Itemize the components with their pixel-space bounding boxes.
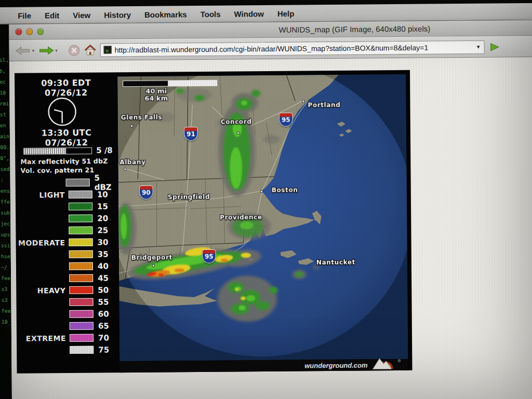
radar-image: 09:30 EDT 07/26/12 13:30 UTC 07/26/12 5 … <box>15 70 413 374</box>
scale-km: 64 km <box>144 95 168 102</box>
map-scale-bar <box>123 80 217 87</box>
go-button[interactable] <box>488 41 501 53</box>
city-dot-albany <box>124 168 126 170</box>
wunderground-banner: wunderground.com ® <box>119 359 408 373</box>
legend-swatch <box>70 346 94 354</box>
city-label-springfield: Springfield <box>168 193 210 201</box>
radar-map: 40 mi 64 km Glens Falls Concord Portland… <box>117 74 408 361</box>
interstate-shield-91-icon: 91 <box>184 127 198 141</box>
menu-tools[interactable]: Tools <box>194 9 228 19</box>
radar-legend-panel: 09:30 EDT 07/26/12 13:30 UTC 07/26/12 5 … <box>15 72 120 374</box>
forward-button[interactable]: ▾ <box>37 45 58 56</box>
legend-swatch <box>70 322 94 330</box>
legend-swatch <box>69 262 93 270</box>
legend-swatch <box>69 274 93 282</box>
legend-swatch <box>69 203 92 210</box>
city-dot-glens-falls <box>130 125 133 127</box>
legend-swatch <box>69 191 92 198</box>
legend-swatch <box>70 334 94 342</box>
legend-row: 25 <box>16 224 118 237</box>
url-text[interactable]: http://radblast-mi.wunderground.com/cgi-… <box>115 43 473 54</box>
legend-swatch <box>69 250 93 258</box>
menu-bookmarks[interactable]: Bookmarks <box>138 10 194 19</box>
legend-row: 15 <box>16 200 118 213</box>
menu-history[interactable]: History <box>97 10 138 19</box>
legend-swatch <box>69 215 92 222</box>
legend-row: 45 <box>16 272 119 285</box>
legend-swatch <box>66 179 90 187</box>
city-dot-concord <box>237 131 240 134</box>
registered-mark: ® <box>397 358 401 363</box>
interstate-shield-95-north-icon: 95 <box>279 113 293 127</box>
browser-window: WUNIDS_map (GIF Image, 640x480 pixels) ▾… <box>9 19 532 399</box>
city-dot-portland <box>302 100 304 102</box>
stop-icon <box>68 44 81 56</box>
max-reflectivity-text: Max reflectivity 51 dbZ <box>20 157 119 165</box>
legend-row: 20 <box>16 212 118 225</box>
dbz-color-scale: 5 dBZ LIGHT10 15 20 25 MODERATE30 35 40 … <box>16 176 120 356</box>
stop-button[interactable] <box>68 44 81 56</box>
back-dropdown-icon[interactable]: ▾ <box>32 48 35 53</box>
legend-row: EXTREME70 <box>17 331 119 344</box>
url-history-dropdown-icon[interactable]: ▼ <box>476 44 481 50</box>
close-button[interactable] <box>15 29 22 35</box>
legend-row: 35 <box>16 248 119 261</box>
legend-swatch <box>69 227 92 234</box>
back-button[interactable]: ▾ <box>15 45 35 56</box>
zoom-button[interactable] <box>37 28 44 35</box>
menu-view[interactable]: View <box>66 10 97 19</box>
menu-help[interactable]: Help <box>271 9 301 18</box>
city-label-glens-falls: Glens Falls <box>121 114 163 122</box>
forward-dropdown-icon[interactable]: ▾ <box>55 48 58 53</box>
go-arrow-icon <box>488 41 501 53</box>
home-button[interactable] <box>84 44 97 56</box>
frame-progress: 5 /8 <box>23 145 113 155</box>
legend-row: MODERATE30 <box>16 236 118 249</box>
city-dot-boston <box>260 190 263 193</box>
forward-arrow-icon <box>37 45 55 56</box>
site-favicon <box>104 46 112 54</box>
city-label-providence: Providence <box>220 214 262 221</box>
home-icon <box>84 44 97 56</box>
screen-photo: File Edit View History Bookmarks Tools W… <box>0 3 532 399</box>
url-field[interactable]: http://radblast-mi.wunderground.com/cgi-… <box>100 40 485 57</box>
wunderground-logo-icon <box>371 356 393 370</box>
legend-row: LIGHT10 <box>16 188 118 201</box>
menu-file[interactable]: File <box>11 11 38 20</box>
city-label-boston: Boston <box>272 187 298 194</box>
map-scale-labels: 40 mi 64 km <box>144 87 168 102</box>
interstate-shield-90-icon: 90 <box>139 185 153 200</box>
legend-row: 60 <box>17 308 119 321</box>
legend-row: 75 <box>17 343 119 356</box>
legend-row: 55 <box>16 296 119 309</box>
minimize-button[interactable] <box>26 29 33 35</box>
menu-window[interactable]: Window <box>227 9 270 18</box>
legend-row: 65 <box>17 320 119 332</box>
wunderground-credit: wunderground.com <box>304 361 367 369</box>
radar-utc-time: 13:30 UTC <box>15 127 118 138</box>
frame-progress-label: 5 /8 <box>96 145 113 155</box>
legend-swatch <box>70 310 94 318</box>
clock-icon <box>46 97 78 128</box>
window-title: WUNIDS_map (GIF Image, 640x480 pixels) <box>278 24 430 34</box>
page-content: 09:30 EDT 07/26/12 13:30 UTC 07/26/12 5 … <box>9 56 532 399</box>
legend-row: 40 <box>16 260 119 273</box>
city-label-nantucket: Nantucket <box>316 259 355 267</box>
legend-swatch <box>69 298 93 306</box>
radar-local-time: 09:30 EDT <box>15 77 117 88</box>
back-arrow-icon <box>15 45 32 56</box>
legend-swatch <box>69 238 93 246</box>
city-label-bridgeport: Bridgeport <box>131 254 172 261</box>
interstate-shield-95-south-icon: 95 <box>202 249 216 263</box>
city-label-albany: Albany <box>119 158 145 166</box>
menu-edit[interactable]: Edit <box>38 11 66 20</box>
city-dot-bridgeport <box>152 264 155 267</box>
city-label-portland: Portland <box>308 101 340 109</box>
legend-row: 5 dBZ <box>16 176 118 189</box>
legend-swatch <box>69 286 93 294</box>
legend-row: HEAVY50 <box>16 284 119 297</box>
city-label-concord: Concord <box>221 118 252 125</box>
frame-progress-bar <box>23 147 92 154</box>
